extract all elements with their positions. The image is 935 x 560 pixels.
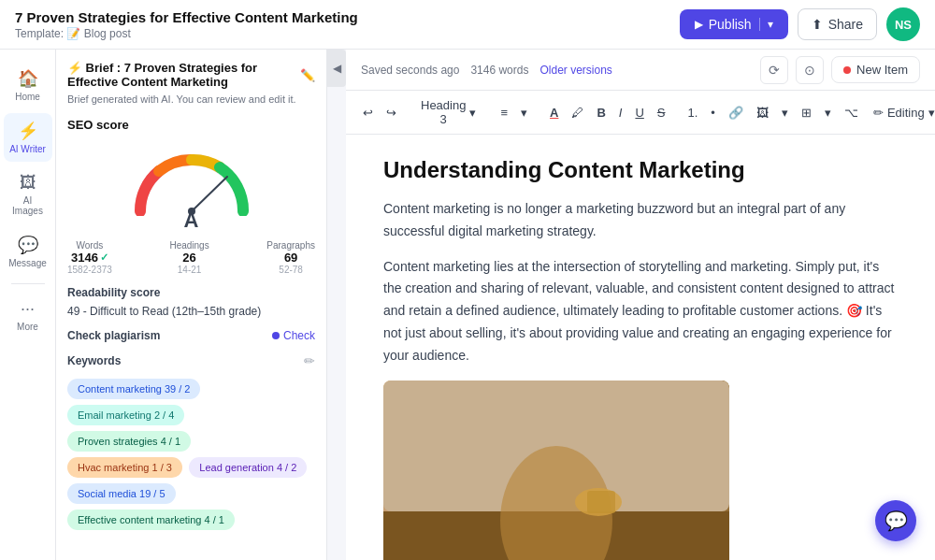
- stat-headings: Headings 26 14-21: [169, 240, 209, 275]
- toolbar-table-chevron[interactable]: ▾: [819, 102, 837, 123]
- home-icon: 🏠: [18, 68, 38, 89]
- toolbar-align-chevron[interactable]: ▾: [515, 102, 533, 123]
- content-image-svg: [383, 381, 729, 560]
- editor-meta: Saved seconds ago 3146 words Older versi…: [361, 64, 612, 77]
- editor-paragraph-2: Content marketing lies at the intersecti…: [383, 256, 898, 367]
- share-icon: ⬆: [812, 17, 823, 32]
- publish-chevron-icon: ▾: [759, 18, 773, 31]
- toolbar-image[interactable]: 🖼: [751, 102, 774, 123]
- saved-status: Saved seconds ago: [361, 64, 459, 77]
- toolbar-redo[interactable]: ↪: [381, 102, 402, 123]
- avatar[interactable]: NS: [886, 7, 920, 41]
- editor-heading-1: Understanding Content Marketing: [383, 157, 898, 183]
- chat-button[interactable]: 💬: [875, 500, 916, 541]
- sidebar-item-more[interactable]: ··· More: [4, 292, 52, 339]
- keyword-tag[interactable]: Email marketing 2 / 4: [67, 405, 184, 425]
- sidebar-ai-images-label: AI Images: [9, 195, 47, 216]
- toolbar-highlight[interactable]: 🖊: [566, 102, 589, 123]
- publish-button[interactable]: ▶ Publish ▾: [680, 9, 788, 39]
- toolbar-heading-select[interactable]: Heading 3 ▾: [413, 94, 483, 130]
- brief-subtitle: Brief generated with AI. You can review …: [67, 93, 315, 107]
- stat-paragraphs: Paragraphs 69 52-78: [266, 240, 315, 275]
- svg-rect-7: [587, 491, 615, 513]
- brief-section: ⚡ Brief : 7 Proven Strategies for Effect…: [67, 61, 315, 107]
- keywords-list: Content marketing 39 / 2 Email marketing…: [67, 376, 315, 533]
- sidebar-item-ai-images[interactable]: 🖼 AI Images: [4, 165, 52, 223]
- editor-paragraph-1: Content marketing is no longer a marketi…: [383, 198, 898, 243]
- ai-writer-icon: ⚡: [18, 121, 38, 141]
- editor-toolbar: ↩ ↪ Heading 3 ▾ ≡ ▾ A 🖊 B I U S 1. • 🔗 🖼…: [346, 91, 935, 135]
- toolbar-align[interactable]: ≡: [495, 102, 513, 123]
- share-button[interactable]: ⬆ Share: [798, 8, 877, 40]
- toolbar-strikethrough[interactable]: S: [652, 102, 671, 123]
- sidebar-item-ai-writer[interactable]: ⚡ AI Writer: [4, 113, 52, 162]
- toolbar-editing-button[interactable]: ✏ Editing ▾: [866, 102, 935, 123]
- keyword-tag[interactable]: Effective content marketing 4 / 1: [67, 510, 235, 530]
- gauge-container: A: [67, 141, 315, 233]
- editor-area: Saved seconds ago 3146 words Older versi…: [346, 50, 935, 560]
- sidebar-ai-writer-label: AI Writer: [9, 144, 46, 154]
- keywords-title: Keywords: [67, 354, 121, 367]
- keyword-tag[interactable]: Content marketing 39 / 2: [67, 379, 200, 399]
- new-item-dot-icon: [843, 66, 851, 74]
- template-label: Template: 📝 Blog post: [15, 27, 358, 40]
- panel-collapse-button[interactable]: ◀: [327, 50, 346, 87]
- more-icon: ···: [21, 299, 35, 319]
- readability-title: Readability score: [67, 286, 315, 299]
- editor-image: [383, 381, 729, 560]
- editor-actions: ⟳ ⊙ New Item: [760, 56, 920, 84]
- brief-title: ⚡ Brief : 7 Proven Strategies for Effect…: [67, 61, 315, 89]
- sidebar-more-label: More: [17, 322, 38, 332]
- older-versions-link[interactable]: Older versions: [539, 64, 611, 77]
- stat-words: Words 3146 ✓ 1582-2373: [67, 240, 112, 275]
- toolbar-unordered-list[interactable]: •: [705, 102, 721, 123]
- page-title: 7 Proven Strategies for Effective Conten…: [15, 9, 358, 25]
- toolbar-text-color[interactable]: A: [544, 102, 564, 123]
- readability-value: 49 - Difficult to Read (12th–15th grade): [67, 305, 315, 318]
- stats-row: Words 3146 ✓ 1582-2373 Headings 26 14-21…: [67, 240, 315, 275]
- left-sidebar: 🏠 Home ⚡ AI Writer 🖼 AI Images 💬 Message…: [0, 50, 56, 560]
- keyword-tag[interactable]: Lead generation 4 / 2: [189, 457, 307, 478]
- toolbar-link[interactable]: 🔗: [723, 102, 749, 123]
- seo-grade: A: [184, 208, 199, 233]
- keyword-tag[interactable]: Proven strategies 4 / 1: [67, 431, 191, 452]
- topbar: 7 Proven Strategies for Effective Conten…: [0, 0, 935, 50]
- message-icon: 💬: [18, 235, 38, 255]
- toolbar-special[interactable]: ⌥: [839, 102, 864, 123]
- toolbar-ordered-list[interactable]: 1.: [683, 102, 704, 123]
- sidebar-item-message[interactable]: 💬 Message: [4, 227, 52, 276]
- plagiarism-label: Check plagiarism: [67, 329, 160, 342]
- editor-action-btn-2[interactable]: ⊙: [796, 56, 824, 84]
- toolbar-image-chevron[interactable]: ▾: [776, 102, 794, 123]
- editing-pencil-icon: ✏: [873, 106, 884, 120]
- keywords-edit-icon[interactable]: ✏: [304, 353, 315, 368]
- main-layout: 🏠 Home ⚡ AI Writer 🖼 AI Images 💬 Message…: [0, 50, 935, 560]
- toolbar-italic[interactable]: I: [613, 102, 628, 123]
- editor-content[interactable]: Understanding Content Marketing Content …: [346, 135, 935, 560]
- editing-chevron-icon: ▾: [928, 106, 935, 120]
- publish-arrow-icon: ▶: [695, 18, 703, 31]
- keyword-tag[interactable]: Social media 19 / 5: [67, 483, 176, 504]
- editor-action-btn-1[interactable]: ⟳: [760, 56, 788, 84]
- sidebar-item-home[interactable]: 🏠 Home: [4, 61, 52, 109]
- words-check-icon: ✓: [100, 251, 108, 264]
- new-item-button[interactable]: New Item: [831, 56, 920, 83]
- seo-panel: ⚡ Brief : 7 Proven Strategies for Effect…: [56, 50, 327, 560]
- check-dot-icon: [272, 332, 280, 339]
- keyword-tag[interactable]: Hvac marketing 1 / 3: [67, 457, 182, 478]
- check-plagiarism-button[interactable]: Check: [272, 329, 315, 342]
- seo-score-header: SEO score: [67, 118, 315, 132]
- brief-edit-icon[interactable]: ✏️: [300, 68, 315, 82]
- toolbar-table[interactable]: ⊞: [796, 102, 817, 123]
- toolbar-bold[interactable]: B: [591, 102, 611, 123]
- sidebar-home-label: Home: [15, 92, 40, 102]
- topbar-right: ▶ Publish ▾ ⬆ Share NS: [680, 7, 920, 41]
- editor-topbar: Saved seconds ago 3146 words Older versi…: [346, 50, 935, 91]
- toolbar-undo[interactable]: ↩: [357, 102, 379, 123]
- sidebar-message-label: Message: [8, 258, 47, 268]
- keywords-header: Keywords ✏: [67, 353, 315, 368]
- topbar-left: 7 Proven Strategies for Effective Conten…: [15, 9, 358, 40]
- toolbar-underline[interactable]: U: [629, 102, 649, 123]
- seo-gauge: [126, 141, 257, 216]
- svg-line-0: [192, 177, 227, 211]
